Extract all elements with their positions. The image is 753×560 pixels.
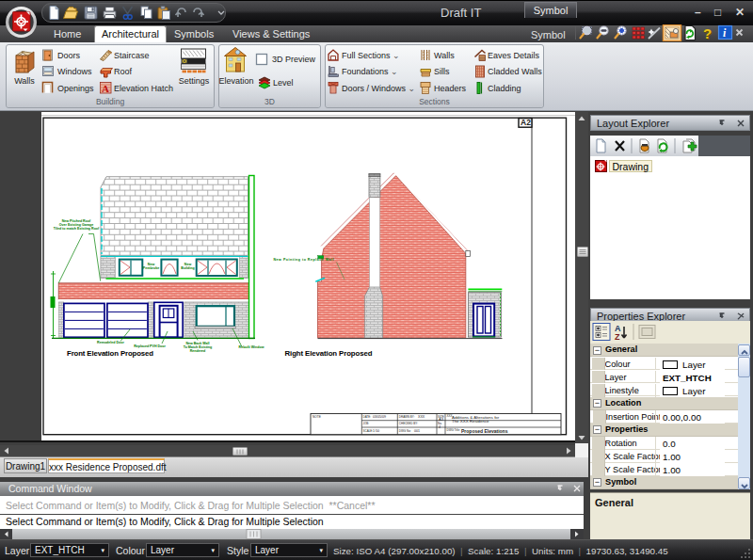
svg-text:?: ? [703, 25, 712, 41]
svg-text:001: 001 [414, 429, 420, 433]
svg-text:1:50: 1:50 [373, 429, 379, 433]
svg-text:Right Elevation Proposed: Right Elevation Proposed [285, 349, 373, 358]
svg-text:JOB:: JOB: [363, 422, 370, 425]
svg-text:DWG No:: DWG No: [399, 429, 411, 433]
svg-text:DATE:: DATE: [363, 415, 372, 419]
svg-text:4: 4 [439, 425, 441, 429]
svg-text:DWG Title:: DWG Title: [447, 428, 461, 432]
svg-text:A2: A2 [521, 118, 531, 127]
svg-text:Rebuilt Window: Rebuilt Window [239, 345, 264, 349]
svg-text:CHECKED BY:: CHECKED BY: [399, 422, 418, 425]
svg-text:XXX: XXX [418, 415, 425, 419]
svg-text:Z: Z [615, 332, 620, 342]
svg-text:SCALE:: SCALE: [363, 429, 374, 433]
svg-text:DRAWN BY:: DRAWN BY: [399, 415, 415, 419]
svg-text:Tiled to match Existing Roof: Tiled to match Existing Roof [54, 227, 100, 231]
svg-text:Building: Building [181, 266, 194, 270]
svg-text:NOTE: NOTE [312, 415, 321, 419]
svg-text:Proposed Elevations: Proposed Elevations [461, 428, 508, 434]
svg-text:Rendered: Rendered [190, 349, 206, 353]
svg-text:New Pointing to Replace Wall: New Pointing to Replace Wall [274, 258, 334, 262]
svg-text:The XXX Residence: The XXX Residence [452, 419, 489, 424]
svg-text:03/05/09: 03/05/09 [373, 415, 386, 419]
svg-text:A: A [102, 83, 109, 94]
svg-text:Replaced PVH Door: Replaced PVH Door [134, 344, 166, 348]
svg-text:Pembroke: Pembroke [143, 266, 159, 270]
svg-text:Front Elevation Proposed: Front Elevation Proposed [67, 349, 153, 358]
